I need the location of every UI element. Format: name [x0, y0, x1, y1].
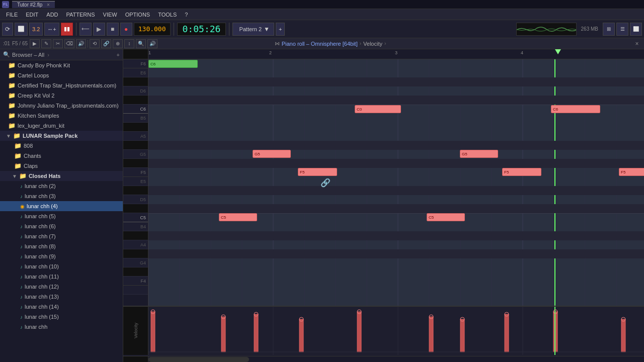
- sidebar-item-closed-hats[interactable]: ▼ 📁 Closed Hats: [0, 171, 123, 181]
- sidebar-item-lunar[interactable]: ▼ 📁 LUNAR Sample Pack: [0, 131, 123, 141]
- sidebar-item-creep[interactable]: 📁 Creep Kit Vol 2: [0, 90, 123, 101]
- key-bb5[interactable]: [123, 123, 148, 132]
- key-a4[interactable]: A4: [123, 240, 148, 249]
- key-f6[interactable]: F6: [123, 59, 148, 68]
- pr-btn-11[interactable]: 🔊: [147, 39, 157, 48]
- key-db6[interactable]: [123, 96, 148, 105]
- key-bb4[interactable]: [123, 231, 148, 240]
- pr-btn-3[interactable]: ✂: [53, 39, 63, 48]
- pr-btn-2[interactable]: ✎: [41, 39, 51, 48]
- note-c6-2[interactable]: C0: [355, 105, 401, 113]
- menu-view[interactable]: VIEW: [99, 11, 121, 19]
- key-e5[interactable]: E5: [123, 177, 148, 186]
- sidebar-item-chh11[interactable]: ♪ lunar chh (11): [0, 272, 123, 282]
- transport-stop[interactable]: ■: [107, 23, 119, 36]
- key-gb4[interactable]: [123, 267, 148, 277]
- key-db5[interactable]: [123, 204, 148, 213]
- key-g4[interactable]: G4: [123, 258, 148, 267]
- sidebar-item-808[interactable]: 📁 808: [0, 141, 123, 151]
- sidebar-item-cartel[interactable]: 📁 Cartel Loops: [0, 70, 123, 80]
- browser-add-icon[interactable]: +: [117, 52, 120, 58]
- sidebar-item-chh15[interactable]: ♪ lunar chh (15): [0, 312, 123, 322]
- key-g5[interactable]: G5: [123, 150, 148, 159]
- sidebar-item-chh13[interactable]: ♪ lunar chh (13): [0, 292, 123, 302]
- sidebar-item-certified[interactable]: 📁 Certified Trap Star_Hipstrumentals.com…: [0, 80, 123, 90]
- key-b5[interactable]: B5: [123, 114, 148, 123]
- toolbar-icon-1[interactable]: ⟳: [2, 23, 13, 36]
- note-f5-1[interactable]: F5: [298, 168, 337, 176]
- sidebar-item-chh7[interactable]: ♪ lunar chh (7): [0, 231, 123, 241]
- key-b4[interactable]: B4: [123, 222, 148, 231]
- transport-record[interactable]: ●: [120, 23, 132, 36]
- key-a5[interactable]: A5: [123, 132, 148, 141]
- sidebar-item-chh12[interactable]: ♪ lunar chh (12): [0, 282, 123, 292]
- sidebar-item-chh6[interactable]: ♪ lunar chh (6): [0, 221, 123, 231]
- pr-btn-10[interactable]: 🔍: [136, 39, 146, 48]
- pattern-selector[interactable]: Pattern 2 ▼: [232, 23, 274, 36]
- h-scrollbar[interactable]: [123, 356, 644, 362]
- menu-edit[interactable]: EDIT: [22, 11, 42, 19]
- key-f5[interactable]: F5: [123, 168, 148, 177]
- key-ab5[interactable]: [123, 141, 148, 150]
- key-ab4[interactable]: [123, 249, 148, 258]
- key-f4[interactable]: F4: [123, 277, 148, 286]
- transport-rewind[interactable]: ⟵: [79, 23, 92, 36]
- note-g5-2[interactable]: G5: [460, 150, 498, 158]
- transport-play[interactable]: ▶: [93, 23, 105, 36]
- sidebar-item-chants[interactable]: 📁 Chants: [0, 151, 123, 161]
- menu-options[interactable]: OPTIONS: [121, 11, 154, 19]
- pr-btn-6[interactable]: ⟲: [90, 39, 100, 48]
- sidebar-item-chh14[interactable]: ♪ lunar chh (14): [0, 302, 123, 312]
- sidebar-item-chh10[interactable]: ♪ lunar chh (10): [0, 261, 123, 272]
- sidebar-item-chh3[interactable]: ♪ lunar chh (3): [0, 191, 123, 201]
- key-e4[interactable]: [123, 286, 148, 295]
- toolbar-icon-2[interactable]: ⬜: [15, 23, 28, 36]
- note-f5-3[interactable]: F5: [619, 168, 644, 176]
- sidebar-item-chh4[interactable]: ◉ lunar chh (4): [0, 201, 123, 211]
- key-eb6[interactable]: [123, 77, 148, 86]
- pr-btn-8[interactable]: ⊕: [113, 39, 123, 48]
- note-c5-1[interactable]: C5: [219, 213, 257, 221]
- key-e6[interactable]: E6: [123, 68, 148, 77]
- menu-file[interactable]: FILE: [2, 11, 22, 19]
- note-c6-3[interactable]: C6: [551, 105, 600, 113]
- key-c6[interactable]: C6: [123, 105, 148, 114]
- toggle-browser[interactable]: ☰: [616, 23, 628, 36]
- sidebar-item-chh8[interactable]: ♪ lunar chh (8): [0, 241, 123, 251]
- sidebar-item-chh[interactable]: ♪ lunar chh: [0, 322, 123, 332]
- menu-add[interactable]: ADD: [42, 11, 62, 19]
- note-g5-1[interactable]: G5: [253, 150, 291, 158]
- tab-close[interactable]: ×: [47, 2, 50, 8]
- pr-btn-1[interactable]: ▶: [30, 39, 40, 48]
- menu-patterns[interactable]: PATTERNS: [62, 11, 99, 19]
- menu-tools[interactable]: TOOLS: [154, 11, 181, 19]
- note-f5-2[interactable]: F5: [502, 168, 541, 176]
- toggle-mixer[interactable]: ⊞: [603, 23, 615, 36]
- close-piano-roll[interactable]: ×: [633, 40, 641, 48]
- sidebar-item-chh9[interactable]: ♪ lunar chh (9): [0, 251, 123, 261]
- sidebar-item-kitchen[interactable]: 📁 Kitchen Samples: [0, 111, 123, 121]
- bpm-display[interactable]: 130.000: [134, 23, 171, 36]
- sidebar-item-chh5[interactable]: ♪ lunar chh (5): [0, 211, 123, 221]
- pr-btn-7[interactable]: 🔗: [101, 39, 111, 48]
- pr-btn-9[interactable]: ↕: [124, 39, 134, 48]
- note-c6-1[interactable]: C6: [148, 60, 198, 68]
- toolbar-icon-3[interactable]: 3.2: [29, 23, 43, 36]
- key-d6[interactable]: D6: [123, 86, 148, 96]
- sidebar-item-chh2[interactable]: ♪ lunar chh (2): [0, 181, 123, 191]
- key-d5[interactable]: D5: [123, 195, 148, 204]
- toolbar-icon-4[interactable]: ↔+: [44, 23, 59, 36]
- velocity-label[interactable]: Velocity: [363, 41, 382, 47]
- key-eb5[interactable]: [123, 186, 148, 195]
- add-pattern[interactable]: +: [276, 23, 285, 36]
- tab-item[interactable]: Tutor #2.flp ×: [12, 1, 55, 8]
- note-c5-2[interactable]: C5: [427, 213, 465, 221]
- toolbar-icon-5[interactable]: ▮▮: [61, 23, 73, 36]
- key-gb5[interactable]: [123, 159, 148, 168]
- pr-btn-5[interactable]: 🔊: [76, 39, 86, 48]
- sidebar-item-claps[interactable]: 📁 Claps: [0, 161, 123, 171]
- pr-btn-4[interactable]: ⌫: [64, 39, 74, 48]
- key-c5[interactable]: C5: [123, 213, 148, 222]
- sidebar-item-lex[interactable]: 📁 lex_luger_drum_kit: [0, 121, 123, 131]
- sidebar-item-johnny[interactable]: 📁 Johnny Juliano Trap_.ipstrumentals.com…: [0, 101, 123, 111]
